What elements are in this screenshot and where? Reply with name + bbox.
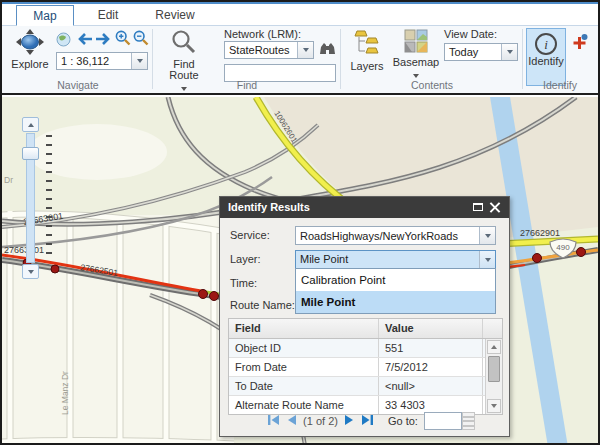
dialog-titlebar[interactable]: Identify Results (220, 197, 509, 218)
identify-route-location-icon[interactable] (572, 34, 588, 54)
tab-map[interactable]: Map (16, 5, 74, 26)
goto-spin-down-icon[interactable] (462, 421, 475, 430)
maximize-icon[interactable] (473, 203, 483, 211)
column-header-field: Field (229, 319, 379, 338)
basemap-button[interactable]: Basemap (392, 29, 440, 80)
view-date-label: View Date: (444, 28, 497, 40)
last-record-icon[interactable] (361, 414, 374, 428)
zoom-out-icon[interactable] (133, 30, 149, 50)
basemap-label: Basemap (392, 57, 440, 68)
scrollbar-thumb[interactable] (488, 356, 500, 382)
identify-results-dialog: Identify Results Service: RoadsHighways/… (219, 196, 510, 437)
view-date-caret-icon[interactable] (501, 44, 517, 60)
record-pager: (1 of 2) Go to: (220, 412, 509, 430)
full-extent-globe-icon[interactable] (56, 32, 71, 51)
layer-combo[interactable]: Mile Point (295, 250, 496, 269)
goto-record-input[interactable] (424, 412, 462, 430)
application-window: Map Edit Review Explore (0, 0, 600, 445)
table-row[interactable]: From Date 7/5/2012 (229, 358, 502, 377)
map-scale-combo[interactable]: 1 : 36,112 (56, 52, 148, 70)
cell-field: Object ID (229, 339, 379, 357)
next-extent-arrow-icon[interactable] (95, 32, 113, 50)
map-zoom-slider[interactable] (22, 117, 70, 279)
service-label: Service: (230, 229, 270, 241)
network-lrm-label: Network (LRM): (224, 28, 301, 40)
cell-value: <null> (379, 377, 483, 395)
binoculars-icon[interactable] (319, 42, 336, 61)
layer-dropdown-list: Calibration Point Mile Point (295, 268, 496, 314)
tab-review[interactable]: Review (142, 5, 208, 26)
cell-field: To Date (229, 377, 379, 395)
ribbon-tab-bar: Map Edit Review (2, 4, 598, 26)
network-lrm-combo[interactable]: StateRoutes (224, 41, 314, 59)
goto-label: Go to: (388, 415, 418, 427)
identify-label: Identify (528, 55, 563, 67)
layer-caret-icon[interactable] (479, 251, 495, 268)
group-separator (152, 29, 153, 89)
table-scrollbar[interactable] (485, 339, 502, 414)
service-caret-icon[interactable] (479, 227, 495, 244)
cell-value: 551 (379, 339, 483, 357)
identify-info-icon: i (535, 33, 557, 55)
layers-button[interactable]: Layers (346, 29, 388, 72)
table-row[interactable]: To Date <null> (229, 377, 502, 396)
map-scale-caret-icon[interactable] (131, 53, 147, 69)
goto-spinner[interactable] (462, 412, 475, 430)
table-row[interactable]: Object ID 551 (229, 339, 502, 358)
dropdown-option-calibration-point[interactable]: Calibration Point (296, 269, 495, 291)
group-label-find: Find (158, 79, 336, 91)
layer-value: Mile Point (296, 251, 479, 268)
attribute-table-header: Field Value (229, 319, 502, 339)
identify-button[interactable]: i Identify (526, 28, 566, 86)
network-lrm-caret-icon[interactable] (297, 42, 313, 58)
basemap-tiles-icon (404, 43, 428, 55)
basemap-caret-icon (413, 74, 419, 78)
previous-record-icon[interactable] (286, 414, 297, 428)
group-separator (522, 29, 523, 89)
next-record-icon[interactable] (344, 414, 355, 428)
explore-icon (15, 45, 45, 57)
explore-label: Explore (8, 59, 52, 70)
zoom-slider-down-button[interactable] (22, 264, 39, 279)
layer-label: Layer: (230, 253, 261, 265)
service-value: RoadsHighways/NewYorkRoads (296, 230, 479, 242)
group-separator (340, 29, 341, 89)
zoom-in-icon[interactable] (115, 30, 131, 50)
explore-button[interactable]: Explore (8, 29, 52, 70)
group-label-contents: Contents (344, 79, 520, 91)
route-label-d: 27662901 (520, 228, 560, 238)
dropdown-option-mile-point[interactable]: Mile Point (296, 291, 495, 313)
network-lrm-value: StateRoutes (225, 44, 297, 56)
view-date-value: Today (445, 46, 501, 58)
cell-value: 7/5/2012 (379, 358, 483, 376)
group-label-identify: Identify (524, 79, 596, 91)
street-label-lemanz: Le Manz Dr (60, 371, 70, 415)
service-combo[interactable]: RoadsHighways/NewYorkRoads (295, 226, 496, 245)
previous-extent-arrow-icon[interactable] (75, 32, 93, 50)
layers-tree-icon (353, 47, 381, 59)
group-label-navigate: Navigate (8, 79, 148, 91)
scrollbar-down-icon[interactable] (487, 399, 501, 413)
dialog-title: Identify Results (228, 201, 310, 213)
column-header-value: Value (379, 319, 483, 338)
view-date-combo[interactable]: Today (444, 43, 518, 61)
goto-spin-up-icon[interactable] (462, 412, 475, 421)
zoom-slider-thumb[interactable] (22, 147, 39, 160)
scrollbar-up-icon[interactable] (487, 340, 501, 354)
tab-edit[interactable]: Edit (78, 5, 138, 26)
route-name-label: Route Name: (230, 299, 295, 311)
find-route-label: Find Route (164, 59, 204, 81)
find-route-magnifier-icon (171, 45, 197, 57)
ribbon: Explore 1 : 36,112 Navigate Find (2, 26, 598, 95)
zoom-slider-ticks (46, 135, 52, 261)
first-record-icon[interactable] (267, 414, 280, 428)
cell-field: From Date (229, 358, 379, 376)
map-scale-value: 1 : 36,112 (57, 55, 131, 67)
attribute-table: Field Value Object ID 551 From Date 7/5/… (228, 318, 503, 415)
zoom-slider-up-button[interactable] (22, 117, 39, 132)
layers-label: Layers (346, 61, 388, 72)
close-icon[interactable] (489, 201, 501, 213)
shield-490-text: 490 (556, 243, 570, 252)
pager-position-text: (1 of 2) (303, 415, 338, 427)
attribute-table-body: Object ID 551 From Date 7/5/2012 To Date… (229, 339, 502, 415)
